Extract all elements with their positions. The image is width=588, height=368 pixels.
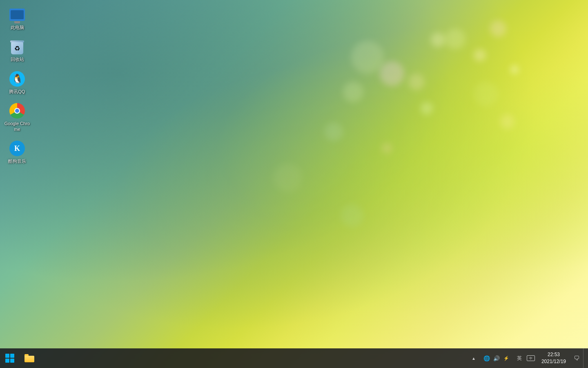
taskbar-left — [0, 348, 39, 368]
tray-expand-icon: ▲ — [472, 356, 476, 361]
language-indicator[interactable]: 英 — [514, 348, 524, 368]
volume-tray-icon[interactable]: 🔊 — [492, 348, 501, 368]
kugou-label: 酷狗音乐 — [8, 158, 26, 164]
show-desktop-button[interactable] — [583, 348, 586, 368]
taskbar: ▲ 🌐 🔊 ⚡ 英 — [0, 348, 588, 368]
desktop-icon-kugou[interactable]: K 酷狗音乐 — [2, 138, 32, 166]
system-tray: 🌐 🔊 ⚡ — [480, 348, 513, 368]
taskbar-right: ▲ 🌐 🔊 ⚡ 英 — [469, 348, 588, 368]
clock-area[interactable]: 22:53 2021/12/19 — [537, 348, 570, 368]
folder-icon — [24, 354, 34, 362]
notification-icon: 🗨 — [574, 355, 579, 361]
language-label: 英 — [517, 355, 522, 362]
desktop-icons-area: 此电脑 ♻ 回收站 🐧 腾讯QQ — [0, 0, 33, 171]
recycle-bin-label: 回收站 — [11, 56, 24, 62]
input-method-icon[interactable]: 中 — [526, 348, 536, 368]
file-explorer-button[interactable] — [20, 348, 39, 368]
recycle-bin-icon: ♻ — [10, 39, 24, 54]
battery-tray-icon[interactable]: ⚡ — [501, 348, 511, 368]
network-tray-icon[interactable]: 🌐 — [482, 348, 492, 368]
qq-label: 腾讯QQ — [9, 89, 25, 94]
notification-button[interactable]: 🗨 — [572, 348, 581, 368]
qq-icon: 🐧 — [9, 71, 25, 87]
desktop-icon-recycle-bin[interactable]: ♻ 回收站 — [2, 36, 32, 65]
kugou-icon: K — [9, 141, 25, 156]
desktop-icon-qq[interactable]: 🐧 腾讯QQ — [2, 68, 32, 97]
windows-logo-icon — [5, 354, 14, 363]
chrome-icon — [9, 103, 25, 119]
desktop: 此电脑 ♻ 回收站 🐧 腾讯QQ — [0, 0, 588, 368]
desktop-icon-chrome[interactable]: Google Chrome — [2, 100, 32, 135]
start-button[interactable] — [0, 348, 20, 368]
chrome-label: Google Chrome — [4, 121, 31, 132]
clock-date: 2021/12/19 — [541, 358, 566, 365]
tray-expand-button[interactable]: ▲ — [469, 348, 479, 368]
desktop-icon-my-computer[interactable]: 此电脑 — [2, 4, 32, 33]
clock-time: 22:53 — [548, 351, 560, 358]
my-computer-label: 此电脑 — [11, 25, 24, 30]
